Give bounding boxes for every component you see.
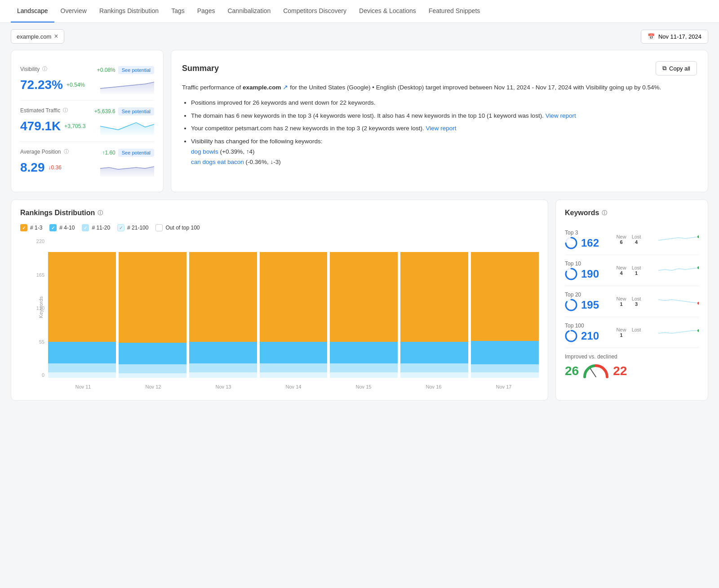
domain-external-link[interactable]: ↗ [283, 84, 288, 91]
nav-item-rankings[interactable]: Rankings Distribution [93, 0, 165, 22]
kw-new-val-top3: 6 [620, 239, 623, 245]
position-value: 8.29 [20, 160, 45, 175]
main-content: Visibility ⓘ +0.08% See potential 72.23%… [0, 50, 719, 411]
improved-values: 26 22 [565, 363, 627, 379]
x-label-nov11: Nov 11 [48, 384, 118, 389]
bar-chart [48, 239, 539, 378]
bar-seg-paleblue [330, 372, 398, 378]
checkmark-icon: ✓ [22, 225, 26, 230]
summary-title: Summary [182, 64, 219, 73]
keywords-title: Keywords ⓘ [565, 209, 699, 217]
svg-point-11 [697, 329, 699, 332]
legend-item-21-100[interactable]: ✓ # 21-100 [117, 224, 148, 231]
bar-seg-yellow [260, 252, 328, 342]
legend: ✓ # 1-3 ✓ # 4-10 ✓ # 11-20 ✓ # 21-100 [20, 224, 539, 231]
kw-value-row-top3: 162 [565, 237, 599, 249]
svg-point-2 [697, 235, 699, 238]
svg-point-5 [697, 266, 699, 269]
kw-left-top3: Top 3 162 [565, 230, 599, 249]
legend-check-21-100: ✓ [117, 224, 124, 231]
nav-item-overview[interactable]: Overview [54, 0, 93, 22]
kw-lost-label-top10: Lost [632, 265, 641, 270]
rankings-title: Rankings Distribution ⓘ [20, 209, 539, 217]
traffic-info-icon[interactable]: ⓘ [63, 107, 68, 114]
rankings-info-icon[interactable]: ⓘ [98, 209, 103, 217]
bar-seg-yellow [48, 252, 116, 342]
legend-check-4-10: ✓ [49, 224, 57, 231]
legend-item-4-10[interactable]: ✓ # 4-10 [49, 224, 75, 231]
kw-circle-top20 [565, 299, 577, 311]
bar-seg-blue [48, 342, 116, 363]
traffic-delta: +5,639.6 [94, 108, 115, 115]
kw-new-val-top10: 4 [620, 270, 623, 276]
x-label-nov16: Nov 16 [399, 384, 469, 389]
kw-lost-label-top20: Lost [632, 296, 641, 301]
visibility-sparkline [100, 76, 154, 94]
kw-stats-top100: New 1 Lost [617, 327, 641, 338]
nav-item-tags[interactable]: Tags [165, 0, 191, 22]
legend-check-1-3: ✓ [20, 224, 27, 231]
view-report-link-1[interactable]: View report [546, 112, 576, 119]
position-see-potential[interactable]: See potential [118, 149, 154, 157]
visibility-see-potential[interactable]: See potential [118, 66, 154, 74]
toolbar: example.com × 📅 Nov 11-17, 2024 [0, 23, 719, 50]
traffic-see-potential[interactable]: See potential [118, 107, 154, 115]
nav-item-snippets[interactable]: Featured Snippets [422, 0, 486, 22]
y-label-110: 110 [36, 305, 44, 311]
domain-filter[interactable]: example.com × [11, 29, 64, 44]
kw-row-top20: Top 20 195 New 1 Lost [565, 286, 699, 317]
y-label-0: 0 [42, 372, 44, 378]
nav-item-pages[interactable]: Pages [191, 0, 222, 22]
nav-item-devices[interactable]: Devices & Locations [353, 0, 422, 22]
bar-seg-blue [260, 342, 328, 363]
legend-item-out-100[interactable]: Out of top 100 [155, 224, 200, 231]
kw-value-row-top100: 210 [565, 330, 599, 342]
kw-label-top20: Top 20 [565, 292, 599, 298]
kw-circle-top100 [565, 330, 577, 342]
position-info-icon[interactable]: ⓘ [64, 148, 69, 155]
nav-item-landscape[interactable]: Landscape [11, 0, 54, 22]
copy-all-button[interactable]: ⧉ Copy all [656, 61, 697, 75]
declined-value: 22 [613, 364, 627, 378]
close-icon[interactable]: × [54, 32, 58, 40]
navigation: Landscape Overview Rankings Distribution… [0, 0, 719, 23]
kw-circle-top10 [565, 268, 577, 280]
bar-nov17 [471, 239, 539, 378]
kw-label-top10: Top 10 [565, 261, 599, 267]
kw-lost-label-top100: Lost [632, 327, 641, 332]
kw-sparkline-top20 [658, 293, 699, 309]
bar-seg-paleblue [48, 372, 116, 378]
x-label-nov15: Nov 15 [328, 384, 399, 389]
bar-seg-paleblue [260, 372, 328, 378]
legend-item-11-20[interactable]: ✓ # 11-20 [82, 224, 110, 231]
summary-content: Traffic performance of example.com ↗ for… [182, 83, 697, 170]
view-report-link-2[interactable]: View report [426, 125, 456, 132]
legend-check-out-100 [155, 224, 163, 231]
bar-seg-paleblue [471, 372, 539, 378]
y-label-220: 220 [36, 239, 44, 244]
nav-item-cannibalization[interactable]: Cannibalization [221, 0, 277, 22]
visibility-info-icon[interactable]: ⓘ [42, 66, 47, 72]
legend-item-1-3[interactable]: ✓ # 1-3 [20, 224, 42, 231]
date-range-button[interactable]: 📅 Nov 11-17, 2024 [641, 30, 708, 44]
position-label: Average Position ⓘ [20, 148, 69, 155]
bar-seg-yellow [330, 252, 398, 342]
nav-item-competitors[interactable]: Competitors Discovery [277, 0, 353, 22]
legend-check-11-20: ✓ [82, 224, 89, 231]
y-label-165: 165 [36, 272, 44, 278]
summary-list: Positions improved for 26 keywords and w… [182, 98, 693, 168]
kw-lost-label-top3: Lost [632, 234, 641, 239]
keyword-change-1: dog bowls [191, 148, 218, 155]
keyword-change-2: can dogs eat bacon [191, 159, 244, 165]
bar-seg-yellow [400, 252, 468, 342]
kw-circle-top3 [565, 237, 577, 249]
x-labels: Nov 11 Nov 12 Nov 13 Nov 14 Nov 15 Nov 1… [48, 384, 539, 389]
svg-line-12 [590, 369, 596, 377]
metrics-card: Visibility ⓘ +0.08% See potential 72.23%… [11, 50, 164, 192]
improved-value: 26 [565, 364, 579, 378]
list-item: The domain has 6 new keywords in the top… [191, 111, 693, 121]
kw-sparkline-top10 [658, 262, 699, 279]
keywords-info-icon[interactable]: ⓘ [602, 209, 607, 217]
kw-number-top10: 190 [581, 268, 599, 280]
kw-left-top20: Top 20 195 [565, 292, 599, 311]
